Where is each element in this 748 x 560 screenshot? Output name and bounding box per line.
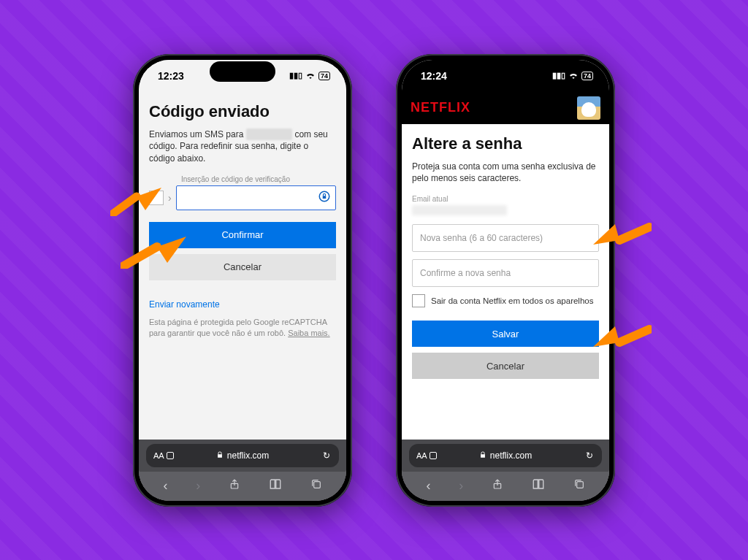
address-bar[interactable]: AA netflix.com ↻ <box>146 444 339 467</box>
forward-button: › <box>459 478 463 494</box>
back-button[interactable]: ‹ <box>163 478 167 494</box>
browser-chrome: AA netflix.com ↻ ‹ › <box>402 440 609 501</box>
new-password-input[interactable]: Nova senha (6 a 60 caracteres) <box>412 224 599 252</box>
wifi-icon <box>568 72 579 80</box>
page-title: Código enviado <box>149 102 336 121</box>
masked-phone: xxxxxx xxxx <box>246 129 292 141</box>
email-label: Email atual <box>412 195 599 203</box>
tabs-button[interactable] <box>573 478 585 494</box>
status-time: 12:23 <box>158 70 184 82</box>
reader-button[interactable]: AA <box>153 451 174 460</box>
cancel-button[interactable]: Cancelar <box>149 254 336 280</box>
cellular-icon: ▮▮▯ <box>289 71 302 80</box>
recaptcha-learn-more-link[interactable]: Saiba mais. <box>288 329 329 337</box>
lock-icon <box>216 450 224 461</box>
url-text: netflix.com <box>227 450 269 461</box>
phone-left: 12:23 ▮▮▯ 74 Código enviado Enviamos um … <box>133 54 352 507</box>
browser-chrome: AA netflix.com ↻ ‹ › <box>139 440 346 501</box>
checkbox-icon <box>412 294 425 307</box>
dynamic-island <box>473 61 538 82</box>
bookmarks-button[interactable] <box>269 478 282 494</box>
wifi-icon <box>305 72 316 80</box>
battery-level: 74 <box>318 72 330 80</box>
share-button[interactable] <box>492 478 503 494</box>
recaptcha-notice: Esta página é protegida pelo Google reCA… <box>149 317 336 340</box>
phone-right: 12:24 ▮▮▯ 74 NETFLIX Altere a senha Prot… <box>396 54 615 507</box>
confirm-button[interactable]: Confirmar <box>149 222 336 248</box>
extension-icon <box>430 452 437 459</box>
checkbox-placeholder[interactable] <box>149 191 164 205</box>
page-title: Altere a senha <box>412 134 599 153</box>
battery-level: 74 <box>581 72 593 80</box>
reload-icon[interactable]: ↻ <box>586 450 593 461</box>
code-field-label: Inserção de código de verificação <box>181 175 336 183</box>
address-bar[interactable]: AA netflix.com ↻ <box>409 444 602 467</box>
status-time: 12:24 <box>421 70 447 82</box>
verification-code-input[interactable] <box>176 185 336 210</box>
reader-button[interactable]: AA <box>416 451 437 460</box>
share-button[interactable] <box>229 478 240 494</box>
svg-rect-5 <box>576 482 583 488</box>
profile-avatar[interactable] <box>577 96 600 120</box>
svg-rect-3 <box>313 482 320 488</box>
page-description: Enviamos um SMS para xxxxxx xxxx com seu… <box>149 129 336 165</box>
chevron-right-icon: › <box>168 192 172 204</box>
netflix-logo[interactable]: NETFLIX <box>411 100 470 115</box>
confirm-password-input[interactable]: Confirme a nova senha <box>412 259 599 287</box>
email-value-masked <box>412 205 507 215</box>
save-button[interactable]: Salvar <box>412 321 599 347</box>
url-text: netflix.com <box>490 450 532 461</box>
reload-icon[interactable]: ↻ <box>323 450 330 461</box>
back-button[interactable]: ‹ <box>426 478 430 494</box>
resend-link[interactable]: Enviar novamente <box>149 299 220 310</box>
bookmarks-button[interactable] <box>532 478 545 494</box>
lock-key-icon <box>318 190 331 206</box>
cellular-icon: ▮▮▯ <box>552 71 565 80</box>
dynamic-island <box>210 61 275 82</box>
cancel-button[interactable]: Cancelar <box>412 353 599 379</box>
forward-button: › <box>196 478 200 494</box>
extension-icon <box>167 452 174 459</box>
lock-icon <box>479 450 486 461</box>
tabs-button[interactable] <box>310 478 322 494</box>
page-description: Proteja sua conta com uma senha exclusiv… <box>412 161 599 185</box>
signout-all-checkbox[interactable]: Sair da conta Netflix em todos os aparel… <box>412 294 599 307</box>
svg-rect-1 <box>323 196 327 199</box>
